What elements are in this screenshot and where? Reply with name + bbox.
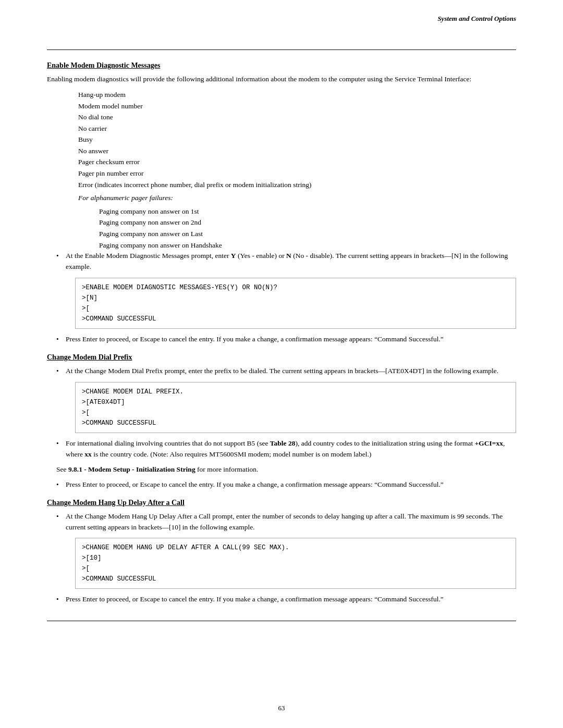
bold-modem-setup-ref: 9.8.1 - Modem Setup - Initialization Str… — [68, 465, 195, 473]
footer-rule — [47, 621, 516, 621]
bullet-text: For international dialing involving coun… — [66, 439, 505, 458]
bullet-text: Press Enter to proceed, or Escape to can… — [66, 595, 444, 603]
section-hang-up-delay: Change Modem Hang Up Delay After a Call … — [47, 499, 516, 606]
sub-list-item: Paging company non answer on 1st — [99, 206, 516, 217]
list-item: Error (indicates incorrect phone number,… — [78, 179, 516, 191]
sub-list-item: Paging company non answer on Handshake — [99, 240, 516, 251]
bold-gci: +GCI=xx — [475, 439, 503, 447]
hang-up-bullet-1: At the Change Modem Hang Up Delay After … — [56, 511, 516, 589]
dial-prefix-bullet-1: At the Change Modem Dial Prefix prompt, … — [56, 366, 516, 433]
code-block-3: >CHANGE MODEM HANG UP DELAY AFTER A CALL… — [75, 538, 516, 589]
list-item: Busy — [78, 134, 516, 145]
diagnostic-list: Hang-up modem Modem model number No dial… — [78, 89, 516, 190]
page: System and Control Options Enable Modem … — [0, 0, 563, 728]
header-title: System and Control Options — [437, 15, 516, 22]
hang-up-bullet-2: Press Enter to proceed, or Escape to can… — [56, 594, 516, 605]
section-change-modem-dial-prefix: Change Modem Dial Prefix At the Change M… — [47, 353, 516, 490]
code-block-1: >ENABLE MODEM DIAGNOSTIC MESSAGES-YES(Y)… — [75, 278, 516, 329]
section-title-enable-modem: Enable Modem Diagnostic Messages — [47, 61, 516, 70]
list-item: Pager pin number error — [78, 168, 516, 179]
list-item: Pager checksum error — [78, 156, 516, 168]
page-header: System and Control Options — [437, 15, 516, 23]
bullet-text: Press Enter to proceed, or Escape to can… — [66, 480, 444, 488]
italic-label: For alphanumeric pager failures: — [78, 192, 516, 204]
bullet-text: At the Change Modem Dial Prefix prompt, … — [66, 367, 498, 375]
dial-prefix-bullet-3: Press Enter to proceed, or Escape to can… — [56, 479, 516, 490]
list-item: No dial tone — [78, 112, 516, 123]
see-reference: See 9.8.1 - Modem Setup - Initialization… — [56, 464, 516, 475]
section-title-hang-up: Change Modem Hang Up Delay After a Call — [47, 499, 516, 507]
bold-y: Y — [231, 252, 236, 260]
dial-prefix-bullet-2: For international dialing involving coun… — [56, 438, 516, 460]
page-number: 63 — [278, 704, 285, 712]
header-rule — [47, 50, 516, 50]
bullet-text-2: Press Enter to proceed, or Escape to can… — [66, 335, 444, 343]
bullet-text: At the Change Modem Hang Up Delay After … — [66, 512, 503, 531]
section-title-dial-prefix: Change Modem Dial Prefix — [47, 353, 516, 362]
list-item: No answer — [78, 145, 516, 157]
sub-list-item: Paging company non answer on Last — [99, 228, 516, 240]
list-item: Hang-up modem — [78, 89, 516, 101]
code-block-2: >CHANGE MODEM DIAL PREFIX. >[ATE0X4DT] >… — [75, 382, 516, 433]
bullet-2: Press Enter to proceed, or Escape to can… — [56, 334, 516, 345]
bullet-text: At the Enable Modem Diagnostic Messages … — [66, 252, 508, 270]
page-footer: 63 — [47, 704, 516, 712]
sub-list-item: Paging company non answer on 2nd — [99, 217, 516, 228]
section-enable-modem-diagnostic: Enable Modem Diagnostic Messages Enablin… — [47, 61, 516, 345]
list-item: No carrier — [78, 123, 516, 134]
bold-xx: xx — [84, 450, 92, 458]
bold-n: N — [286, 252, 291, 260]
bold-table28: Table 28 — [270, 439, 296, 447]
list-item: Modem model number — [78, 101, 516, 112]
bullet-1: At the Enable Modem Diagnostic Messages … — [56, 251, 516, 329]
section-intro: Enabling modem diagnostics will provide … — [47, 74, 516, 85]
italic-label-block: For alphanumeric pager failures: — [78, 192, 516, 204]
sub-list: Paging company non answer on 1st Paging … — [99, 206, 516, 251]
